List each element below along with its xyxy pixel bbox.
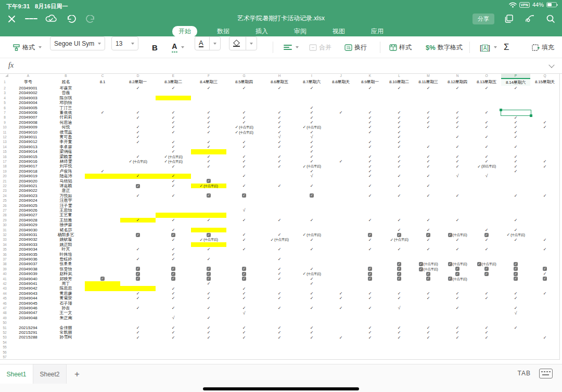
tab-data[interactable]: 数据 [211, 26, 236, 37]
date-header-cell[interactable]: 姓名 [47, 78, 85, 86]
cell-N57[interactable] [443, 355, 472, 360]
search-icon[interactable] [544, 12, 557, 25]
cell-K57[interactable] [355, 355, 385, 360]
date-header-cell[interactable]: 8.6星期五 [262, 78, 298, 86]
late-checkin-note: (十点半后) [510, 232, 525, 237]
check-mark: ✓ [368, 110, 372, 115]
share-button[interactable]: 分享 [472, 14, 494, 24]
date-header-cell[interactable]: 8.9星期一 [355, 78, 385, 86]
fill-cells-button[interactable]: 填充 [532, 36, 554, 58]
cell-A57[interactable] [9, 355, 47, 360]
date-header-cell[interactable]: 8.8星期天 [326, 78, 356, 86]
check-mark: ✓ [485, 86, 489, 90]
fill-color-split-button[interactable] [229, 36, 257, 50]
check-mark: ✓ [207, 257, 211, 262]
date-header-cell[interactable]: 8.11星期三 [414, 78, 443, 86]
tab-view[interactable]: 视图 [326, 26, 351, 37]
check-mark: ✓ [398, 325, 401, 330]
date-header-cell[interactable]: 8.5星期四 [226, 78, 262, 86]
selection-handle[interactable] [500, 109, 502, 111]
underline-caret[interactable] [209, 37, 220, 50]
check-mark: ✓ [427, 335, 430, 340]
font-size-select[interactable]: 13 [111, 36, 138, 50]
check-mark: ✓ [398, 135, 401, 139]
check-mark: ✓ [543, 238, 547, 242]
date-header-cell[interactable]: 8.13星期五 [472, 78, 502, 86]
cell-M57[interactable] [414, 355, 443, 360]
cell-D57[interactable] [120, 355, 156, 360]
cell-L57[interactable] [385, 355, 414, 360]
number-format-button[interactable]: $% 数字格式 [426, 36, 463, 58]
check-mark: ✓ [427, 184, 430, 188]
cell-F57[interactable] [191, 355, 227, 360]
home-indicator [203, 387, 359, 390]
date-header-cell[interactable]: 8.10星期二 [385, 78, 414, 86]
check-mark: ✓ [339, 291, 343, 296]
spreadsheet-grid[interactable]: ABCDEFGHIJKLMNOPQ1学号姓名8.18.2星期一8.3星期二8.4… [0, 74, 562, 364]
check-mark: ✓ [427, 110, 430, 115]
alignment-button[interactable] [284, 36, 299, 58]
check-mark: ✓ [207, 291, 211, 296]
check-mark: ✓ [242, 164, 246, 169]
row-number-57[interactable]: 57 [0, 355, 10, 360]
check-mark: ✓ [278, 218, 282, 223]
font-family-select[interactable]: Segoe UI Sym... [50, 36, 105, 50]
font-color-button[interactable]: A [172, 36, 184, 58]
align-icon [284, 44, 292, 51]
reading-layout-button[interactable]: [A] [480, 36, 497, 58]
cell-G57[interactable] [226, 355, 262, 360]
cell-B57[interactable] [47, 355, 85, 360]
cell-O57[interactable] [472, 355, 502, 360]
late-checkin-note: (十点半后) [239, 125, 253, 129]
cell-Q57[interactable] [530, 355, 560, 360]
selection-handle[interactable] [530, 114, 532, 117]
add-sheet-button[interactable]: + [67, 364, 87, 384]
format-painter-button[interactable]: 格式 [12, 36, 42, 58]
cell-J57[interactable] [326, 355, 356, 360]
date-header-cell[interactable]: 8.14星期六 [501, 78, 531, 86]
autosum-button[interactable]: Σ [504, 36, 509, 58]
battery-icon [546, 2, 557, 7]
late-checkin-note: (十点半后) [306, 125, 321, 129]
tab-home[interactable]: 开始 [172, 26, 197, 37]
cell-I57[interactable] [297, 355, 327, 360]
row-number-1[interactable]: 1 [0, 78, 10, 86]
cell-styles-button[interactable]: 样式 [389, 36, 412, 58]
date-header-cell[interactable]: 8.2星期一 [120, 78, 156, 86]
chevron-down-icon[interactable] [548, 62, 554, 68]
formula-bar[interactable]: fx [0, 58, 562, 74]
selected-cell-outline[interactable] [501, 110, 531, 116]
bold-button[interactable]: B [152, 36, 158, 58]
date-header-cell[interactable]: 8.4星期三 [191, 78, 227, 86]
date-header-cell[interactable]: 学号 [9, 78, 47, 86]
check-mark: ✓ [199, 238, 203, 242]
cell-P57[interactable] [501, 355, 531, 360]
check-mark: ✓ [136, 110, 140, 115]
tab-review[interactable]: 审阅 [288, 26, 313, 37]
check-mark: ✓ [136, 115, 140, 120]
fill-caret[interactable] [246, 37, 257, 50]
cell-E57[interactable] [156, 355, 191, 360]
checkbox-mark: ✓ [171, 233, 175, 237]
check-mark: ✓ [543, 164, 547, 169]
cell-C57[interactable] [85, 355, 121, 360]
check-mark: ✓ [278, 296, 282, 300]
date-header-cell[interactable]: 8.3星期二 [156, 78, 191, 86]
keyboard-toggle-icon[interactable] [539, 369, 553, 378]
tab-insert[interactable]: 插入 [249, 26, 274, 37]
check-mark: ✓ [136, 218, 140, 223]
wrap-text-button[interactable]: 换行 [344, 36, 367, 58]
pen-draw-icon[interactable] [523, 12, 536, 25]
date-header-cell[interactable]: 8.1 [85, 78, 121, 86]
tab-apps[interactable]: 应用 [365, 26, 390, 37]
sheet-tab-sheet2[interactable]: Sheet2 [33, 364, 67, 384]
date-header-cell[interactable]: 8.7星期六 [297, 78, 327, 86]
check-mark: ✓ [207, 125, 211, 129]
date-header-cell[interactable]: 8.15星期天 [530, 78, 560, 86]
tab-key-button[interactable]: TAB [518, 370, 531, 377]
sheet-tab-sheet1[interactable]: Sheet1 [0, 364, 33, 384]
date-header-cell[interactable]: 8.12星期四 [443, 78, 472, 86]
duplicate-window-icon[interactable] [503, 12, 515, 25]
cell-H57[interactable] [262, 355, 298, 360]
underline-color-split-button[interactable]: A [195, 36, 221, 50]
